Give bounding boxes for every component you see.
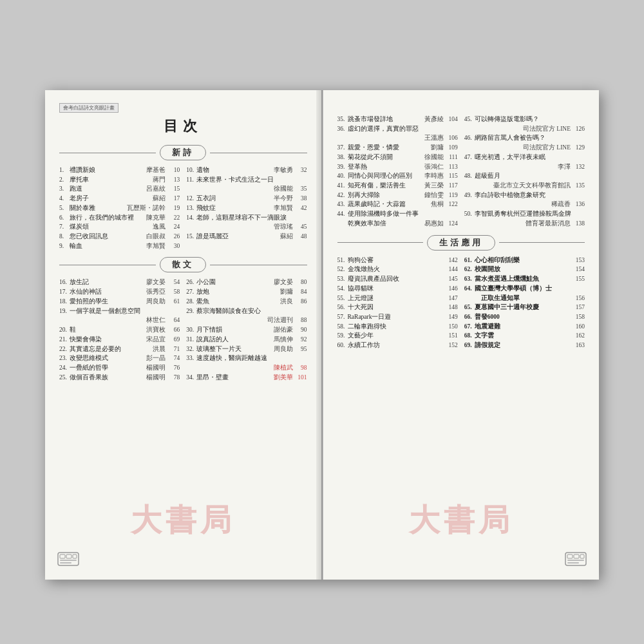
watermark-left: 大書局 bbox=[131, 500, 235, 541]
toc-item-15: 15. 誰是瑪麗亞 蘇紹 48 bbox=[186, 232, 307, 242]
left-page: 會考白話詩文亮眼計畫 目次 新詩 1. 禮讚新娘 摩基爸 10 2. 摩托車 蔣 bbox=[45, 90, 323, 580]
toc-item-19a: 19. 一個字就是一個創意空間 bbox=[59, 307, 180, 316]
toc-item-6: 6. 旅行，在我們的城市裡 陳克華 22 bbox=[59, 213, 180, 223]
toc-item-12: 12. 五衣詞 半今野 38 bbox=[186, 194, 307, 204]
svg-rect-2 bbox=[66, 554, 71, 558]
svg-rect-4 bbox=[60, 560, 77, 561]
toc-item-64a: 64. 國立臺灣大學學碩（博）士 bbox=[464, 284, 585, 294]
toc-item-17: 17. 水仙的神話 張秀亞 58 bbox=[59, 287, 180, 297]
toc-item-44b: 乾爽效率加倍 易惠如 124 bbox=[337, 219, 458, 229]
toc-item-63: 63. 當水煮蛋遇上燻燻鮭魚 155 bbox=[464, 274, 585, 284]
toc-item-68: 68. 文字雲 162 bbox=[464, 331, 585, 341]
section-label-life: 生活應用 bbox=[427, 235, 495, 251]
toc-item-19b: 林世仁 64 bbox=[59, 316, 180, 325]
toc-item-36b: 王溫惠 106 bbox=[337, 133, 458, 143]
toc-item-45b: 司法院官方 LINE 126 bbox=[464, 124, 585, 134]
toc-item-31: 31. 說真話的人 馬慎伸 92 bbox=[186, 335, 307, 345]
toc-item-44a: 44. 使用除濕機時多做一件事 bbox=[337, 209, 458, 219]
toc-item-34: 34. 里昂・壁畫 劉美華 101 bbox=[186, 373, 307, 383]
toc-item-39: 39. 登革熱 張鴻仁 113 bbox=[337, 162, 458, 172]
toc-item-61: 61. 心心相印刮刮樂 153 bbox=[464, 256, 585, 265]
poetry-col1: 1. 禮讚新娘 摩基爸 10 2. 摩托車 蔣門 13 3. 跑道 呂嘉紋 15 bbox=[59, 166, 180, 251]
toc-item-29a: 29. 蔡宗海醫師談食在安心 bbox=[186, 307, 307, 316]
life-toc: 51. 狗狗公審 142 52. 金塊燉熱火 144 53. 廢資訊農產品回收 … bbox=[337, 256, 585, 350]
toc-item-51: 51. 狗狗公審 142 bbox=[337, 256, 458, 265]
toc-item-60: 60. 永續工作坊 152 bbox=[337, 341, 458, 350]
section-label-prose: 散文 bbox=[160, 257, 206, 272]
toc-item-49a: 49. 李白詩歌中植物意象研究 bbox=[464, 191, 585, 200]
life-col2: 61. 心心相印刮刮樂 153 62. 校園開放 154 63. 當水煮蛋遇上燻… bbox=[464, 256, 585, 350]
toc-item-26: 26. 小公園 廖文晏 80 bbox=[186, 278, 307, 287]
toc-item-10: 10. 遺物 李敏勇 32 bbox=[186, 166, 307, 175]
toc-item-54: 54. 協尋貓咪 146 bbox=[337, 284, 458, 294]
toc-item-8: 8. 您已收回訊息 白眼叔 26 bbox=[59, 232, 180, 242]
toc-item-40: 40. 同情心與同理心的區別 李時惠 115 bbox=[337, 171, 458, 181]
right-col1: 35. 跳蚤市場發詳地 黃彥綾 104 36. 虛幻的選擇，真實的罪惡 王溫惠 … bbox=[337, 115, 458, 229]
svg-rect-5 bbox=[60, 562, 71, 564]
toc-item-24: 24. 一疊紙的哲學 楊國明 76 bbox=[59, 363, 180, 373]
right-col2: 45. 可以轉傳盜版電影嗎？ 司法院官方 LINE 126 46. 網路留言罵人… bbox=[464, 115, 585, 229]
toc-item-14a: 14. 老師，這顆星球容不下一滴眼淚 bbox=[186, 213, 307, 223]
prose-col1: 16. 放生記 廖文晏 54 17. 水仙的神話 張秀亞 58 18. 愛拍照的… bbox=[59, 278, 180, 382]
toc-item-33b: 陳植武 98 bbox=[186, 363, 307, 373]
toc-item-46b: 司法院官方 LINE 129 bbox=[464, 143, 585, 153]
bottom-icon-right bbox=[564, 550, 587, 572]
toc-item-3: 3. 跑道 呂嘉紋 15 bbox=[59, 184, 180, 194]
toc-item-64b: 正取生通知單 156 bbox=[464, 294, 585, 303]
section-header-prose: 散文 bbox=[59, 257, 307, 272]
svg-rect-7 bbox=[567, 554, 573, 558]
top-label: 會考白話詩文亮眼計畫 bbox=[59, 103, 307, 113]
toc-item-66: 66. 普發6000 158 bbox=[464, 312, 585, 322]
toc-item-4: 4. 老房子 蘇紹 17 bbox=[59, 194, 180, 204]
toc-item-62: 62. 校園開放 154 bbox=[464, 265, 585, 274]
toc-item-18: 18. 愛拍照的學生 周良助 61 bbox=[59, 297, 180, 307]
prose-toc: 16. 放生記 廖文晏 54 17. 水仙的神話 張秀亞 58 18. 愛拍照的… bbox=[59, 278, 307, 382]
bottom-icon-left bbox=[57, 550, 80, 572]
toc-item-41: 41. 知死有傷，樂活善生 黃三榮 117 bbox=[337, 181, 458, 191]
svg-rect-10 bbox=[567, 560, 584, 561]
page-title: 目次 bbox=[59, 117, 307, 136]
toc-item-58: 58. 二輪車跑得快 150 bbox=[337, 322, 458, 332]
toc-item-25: 25. 做個百香果族 楊國明 78 bbox=[59, 373, 180, 383]
toc-item-53: 53. 廢資訊農產品回收 145 bbox=[337, 274, 458, 284]
svg-rect-9 bbox=[580, 554, 584, 558]
toc-item-28: 28. 鱟魚 洪良 86 bbox=[186, 297, 307, 307]
toc-item-23: 23. 改變思維模式 彭一晶 74 bbox=[59, 354, 180, 363]
toc-item-47a: 47. 曙光初透，太平洋夜未眠 bbox=[464, 153, 585, 162]
svg-rect-8 bbox=[574, 554, 579, 558]
toc-item-1: 1. 禮讚新娘 摩基爸 10 bbox=[59, 166, 180, 175]
toc-item-29b: 司法週刊 88 bbox=[186, 316, 307, 325]
toc-item-27: 27. 放炮 劉墉 84 bbox=[186, 287, 307, 297]
toc-item-48b: 臺北市立天文科學教育館訊 135 bbox=[464, 181, 585, 191]
toc-item-59: 59. 文藝少年 151 bbox=[337, 331, 458, 341]
book-spread: 會考白話詩文亮眼計畫 目次 新詩 1. 禮讚新娘 摩基爸 10 2. 摩托車 蔣 bbox=[45, 90, 599, 580]
toc-item-50b: 體育署最新消息 138 bbox=[464, 219, 585, 229]
toc-item-55: 55. 上元燈謎 147 bbox=[337, 294, 458, 303]
toc-item-45a: 45. 可以轉傳盜版電影嗎？ bbox=[464, 115, 585, 124]
toc-item-46a: 46. 網路留言罵人會被告嗎？ bbox=[464, 133, 585, 143]
toc-item-7: 7. 煤炭頌 逸風 24 bbox=[59, 222, 180, 232]
prose-col2: 26. 小公園 廖文晏 80 27. 放炮 劉墉 84 28. 鱟魚 洪良 86 bbox=[186, 278, 307, 382]
right-upper-toc: 35. 跳蚤市場發詳地 黃彥綾 104 36. 虛幻的選擇，真實的罪惡 王溫惠 … bbox=[337, 115, 585, 229]
toc-item-5: 5. 關於泰雅 瓦歷斯・諾幹 19 bbox=[59, 204, 180, 213]
toc-item-13: 13. 飛蚊症 李旭賢 42 bbox=[186, 204, 307, 213]
toc-item-20: 20. 鞋 洪寶枚 66 bbox=[59, 325, 180, 335]
toc-item-32: 32. 玻璃整下一片天 周良助 95 bbox=[186, 345, 307, 354]
toc-item-30: 30. 月下情韻 謝佑豪 90 bbox=[186, 325, 307, 335]
right-page: 35. 跳蚤市場發詳地 黃彥綾 104 36. 虛幻的選擇，真實的罪惡 王溫惠 … bbox=[323, 90, 600, 580]
section-header-life: 生活應用 bbox=[337, 235, 585, 251]
toc-item-52: 52. 金塊燉熱火 144 bbox=[337, 265, 458, 274]
toc-item-11a: 11. 未來世界・卡式生活之一日 bbox=[186, 175, 307, 185]
toc-item-33a: 33. 速度越快，醫病距離越遠 bbox=[186, 354, 307, 363]
poetry-toc: 1. 禮讚新娘 摩基爸 10 2. 摩托車 蔣門 13 3. 跑道 呂嘉紋 15 bbox=[59, 166, 307, 251]
toc-item-69: 69. 請假規定 163 bbox=[464, 341, 585, 350]
toc-item-57: 57. RaRapark一日遊 149 bbox=[337, 312, 458, 322]
section-label-poetry: 新詩 bbox=[160, 145, 206, 160]
svg-rect-11 bbox=[567, 562, 579, 564]
toc-item-49b: 稀疏香 136 bbox=[464, 200, 585, 209]
toc-item-22: 22. 其實遺忘是必要的 洪晨 71 bbox=[59, 345, 180, 354]
toc-item-65: 65. 夏葸國中三十週年校慶 157 bbox=[464, 303, 585, 312]
toc-item-37: 37. 親愛・恩愛・憐愛 劉墉 109 bbox=[337, 143, 458, 153]
section-header-poetry: 新詩 bbox=[59, 145, 307, 160]
life-col1: 51. 狗狗公審 142 52. 金塊燉熱火 144 53. 廢資訊農產品回收 … bbox=[337, 256, 458, 350]
